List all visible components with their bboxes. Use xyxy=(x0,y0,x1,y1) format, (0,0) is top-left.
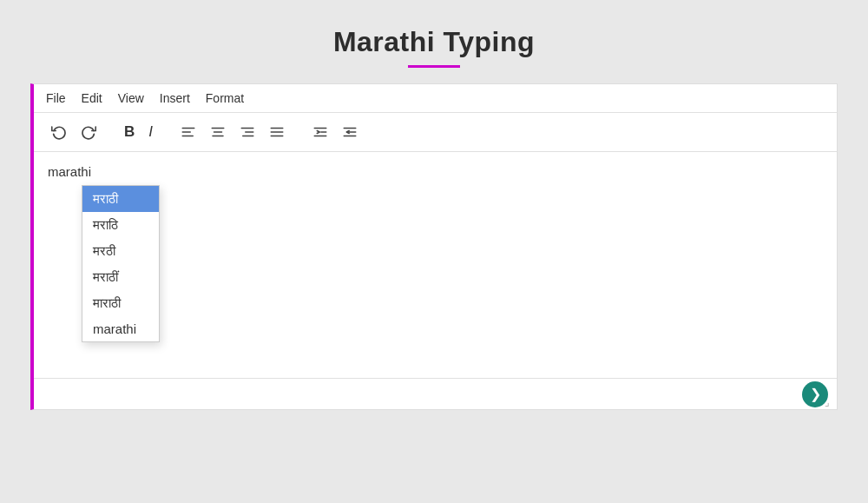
dropdown-item-1[interactable]: मराठि xyxy=(82,212,159,238)
bold-button[interactable]: B xyxy=(119,120,140,144)
help-icon: ❯ xyxy=(810,386,821,402)
align-center-button[interactable] xyxy=(205,121,231,143)
align-right-button[interactable] xyxy=(234,121,260,143)
dropdown-item-3[interactable]: मराठीं xyxy=(82,264,159,290)
align-right-icon xyxy=(240,124,255,140)
dropdown-item-4[interactable]: माराठी xyxy=(82,290,159,316)
indent-button[interactable] xyxy=(307,121,333,143)
redo-button[interactable] xyxy=(76,121,102,143)
page-title: Marathi Typing xyxy=(333,26,535,58)
dropdown-item-5[interactable]: marathi xyxy=(82,316,159,341)
menu-edit[interactable]: Edit xyxy=(82,91,102,105)
outdent-button[interactable] xyxy=(337,121,363,143)
toolbar: B I xyxy=(34,113,837,152)
outdent-icon xyxy=(342,124,358,140)
menu-bar: File Edit View Insert Format xyxy=(34,84,837,113)
typed-text: marathi xyxy=(48,164,823,179)
redo-icon xyxy=(81,124,96,140)
editor-container: File Edit View Insert Format B I xyxy=(30,83,838,410)
italic-button[interactable]: I xyxy=(143,120,158,144)
title-underline xyxy=(408,65,460,68)
align-left-button[interactable] xyxy=(175,121,201,143)
undo-icon xyxy=(51,124,67,140)
resize-handle[interactable]: ⌟ xyxy=(825,397,835,407)
editor-footer: ❯ ⌟ xyxy=(34,378,837,409)
menu-file[interactable]: File xyxy=(46,91,66,105)
autocomplete-dropdown: मराठी मराठि मरठी मराठीं माराठी marathi xyxy=(82,185,160,342)
undo-button[interactable] xyxy=(46,121,72,143)
dropdown-item-0[interactable]: मराठी xyxy=(82,186,159,212)
justify-button[interactable] xyxy=(264,121,290,143)
indent-icon xyxy=(312,124,328,140)
editor-body[interactable]: marathi मराठी मराठि मरठी मराठीं माराठी m… xyxy=(34,152,837,378)
align-center-icon xyxy=(210,124,226,140)
dropdown-item-2[interactable]: मरठी xyxy=(82,238,159,264)
menu-format[interactable]: Format xyxy=(206,91,244,105)
menu-insert[interactable]: Insert xyxy=(160,91,190,105)
menu-view[interactable]: View xyxy=(118,91,144,105)
align-left-icon xyxy=(181,124,196,140)
justify-icon xyxy=(269,124,285,140)
